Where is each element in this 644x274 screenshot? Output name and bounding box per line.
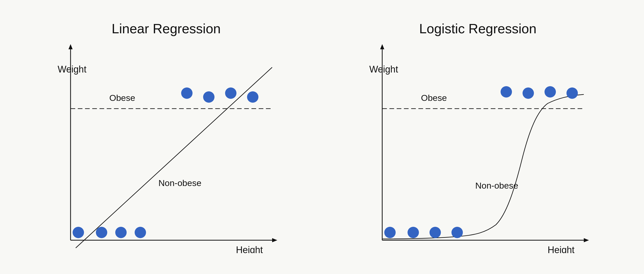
svg-text:Obese: Obese bbox=[421, 93, 447, 103]
logistic-regression-panel: Logistic Regression Weight Height Obese bbox=[332, 21, 623, 253]
svg-marker-1 bbox=[68, 44, 73, 49]
svg-point-34 bbox=[566, 87, 578, 99]
svg-point-16 bbox=[225, 87, 236, 99]
svg-text:Obese: Obese bbox=[109, 93, 135, 103]
svg-point-10 bbox=[73, 227, 84, 238]
svg-text:Height: Height bbox=[548, 245, 574, 253]
svg-point-12 bbox=[115, 227, 127, 238]
svg-point-29 bbox=[430, 227, 441, 238]
linear-regression-chart: Weight Height Obese Non-obese bbox=[50, 42, 282, 253]
svg-text:Weight: Weight bbox=[369, 64, 398, 75]
svg-point-30 bbox=[451, 227, 463, 238]
svg-marker-3 bbox=[272, 238, 277, 242]
svg-marker-19 bbox=[380, 44, 384, 49]
svg-point-28 bbox=[408, 227, 419, 238]
svg-point-14 bbox=[181, 87, 193, 99]
svg-text:Non-obese: Non-obese bbox=[158, 178, 201, 188]
svg-point-15 bbox=[203, 91, 214, 103]
svg-text:Height: Height bbox=[236, 245, 263, 253]
svg-point-27 bbox=[384, 227, 396, 238]
logistic-regression-chart: Weight Height Obese Non-obese bbox=[362, 42, 594, 253]
svg-point-17 bbox=[247, 91, 258, 103]
svg-point-32 bbox=[523, 87, 534, 99]
svg-text:Weight: Weight bbox=[58, 64, 86, 75]
svg-text:Non-obese: Non-obese bbox=[475, 181, 518, 190]
svg-point-33 bbox=[545, 86, 556, 98]
svg-point-31 bbox=[501, 86, 512, 98]
svg-point-11 bbox=[96, 227, 107, 238]
svg-marker-21 bbox=[584, 238, 589, 242]
logistic-regression-title: Logistic Regression bbox=[419, 21, 536, 36]
linear-regression-panel: Linear Regression Weight Height Obese bbox=[21, 21, 312, 253]
svg-point-13 bbox=[135, 227, 146, 238]
main-container: Linear Regression Weight Height Obese bbox=[0, 0, 644, 274]
linear-regression-title: Linear Regression bbox=[112, 21, 221, 36]
svg-line-9 bbox=[76, 67, 272, 248]
